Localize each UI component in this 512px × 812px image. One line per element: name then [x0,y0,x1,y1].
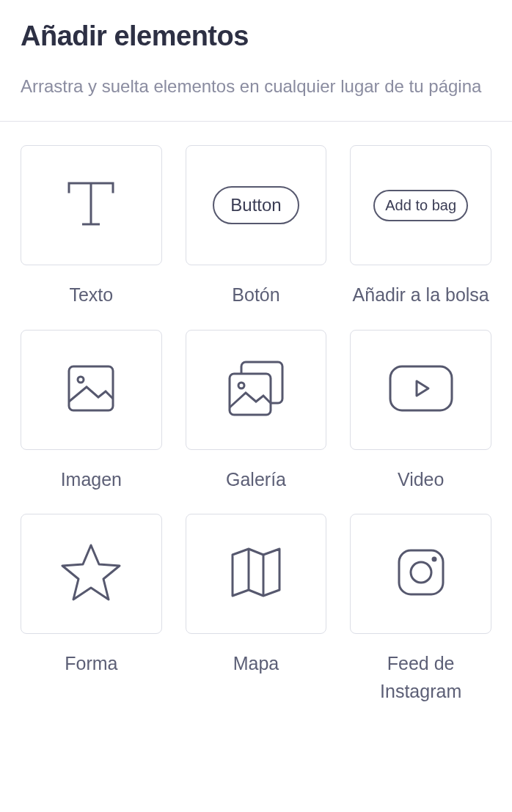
element-card-video: Video [350,330,491,494]
element-card-image: Imagen [21,330,162,494]
element-label: Forma [65,650,117,678]
svg-rect-10 [399,550,443,594]
button-icon: Button [213,186,299,224]
video-icon [386,362,456,418]
element-label: Galería [226,466,286,494]
element-tile-button[interactable]: Button [186,145,327,265]
panel-header: Añadir elementos Arrastra y suelta eleme… [0,0,512,122]
element-card-button: Button Botón [186,145,327,309]
element-tile-instagram[interactable] [350,514,491,634]
element-tile-shape[interactable] [21,514,162,634]
element-tile-image[interactable] [21,330,162,450]
svg-rect-7 [390,366,452,410]
element-card-instagram: Feed de Instagram [350,514,491,705]
element-card-text: Texto [21,145,162,309]
panel-subtitle: Arrastra y suelta elementos en cualquier… [21,73,491,100]
element-label: Imagen [61,466,122,494]
element-label: Añadir a la bolsa [353,281,489,309]
element-label: Texto [69,281,113,309]
element-label: Feed de Instagram [350,650,491,705]
element-card-add-to-bag: Add to bag Añadir a la bolsa [350,145,491,309]
gallery-icon [222,355,290,425]
text-icon [63,177,119,233]
svg-point-12 [433,558,436,561]
element-tile-gallery[interactable] [186,330,327,450]
element-label: Botón [232,281,279,309]
element-label: Mapa [233,650,279,678]
panel-title: Añadir elementos [21,21,491,52]
svg-point-3 [78,377,84,383]
image-icon [62,359,120,421]
element-tile-text[interactable] [21,145,162,265]
element-tile-map[interactable] [186,514,327,634]
map-icon [224,540,288,608]
element-label: Video [398,466,445,494]
element-tile-add-to-bag[interactable]: Add to bag [350,145,491,265]
element-card-gallery: Galería [186,330,327,494]
elements-grid: Texto Button Botón Add to bag Añadir a l… [0,122,512,728]
element-card-map: Mapa [186,514,327,705]
star-icon [58,539,124,608]
svg-rect-5 [230,374,271,415]
element-tile-video[interactable] [350,330,491,450]
svg-point-11 [411,562,431,583]
instagram-icon [392,543,450,605]
element-card-shape: Forma [21,514,162,705]
add-to-bag-icon: Add to bag [373,190,468,221]
svg-rect-2 [69,366,113,410]
